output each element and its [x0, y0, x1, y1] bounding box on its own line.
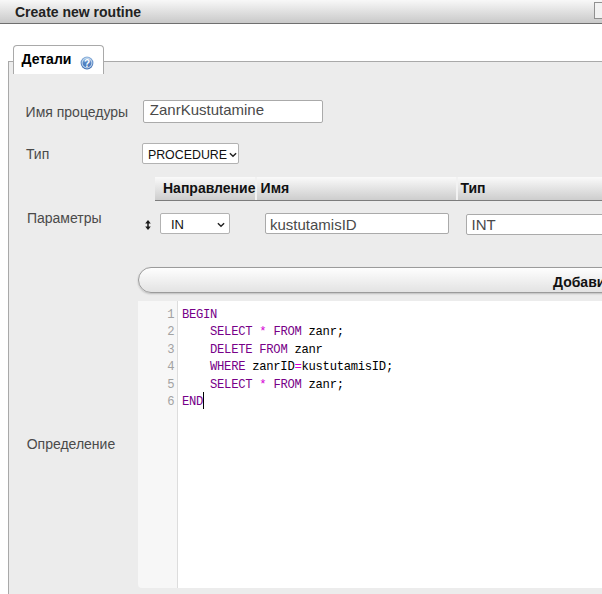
svg-text:?: ? — [84, 57, 90, 68]
